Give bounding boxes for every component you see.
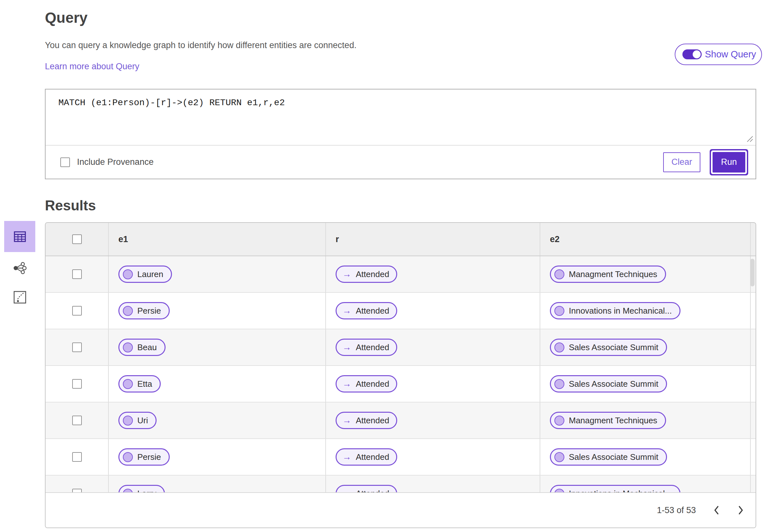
arrow-right-icon: → [342,416,351,425]
results-view-switcher [4,221,35,305]
relation-label: Attended [356,379,389,389]
query-toolbar: Include Provenance Clear Run [46,146,756,179]
entity-node-icon [554,379,564,389]
relation-pill[interactable]: → Attended [335,375,397,393]
table-row: Etta → Attended Sales Associate Summit [46,366,756,402]
include-provenance-label: Include Provenance [77,157,154,167]
clear-button[interactable]: Clear [663,152,700,172]
chevron-left-icon [714,506,719,515]
toggle-switch-icon [682,49,702,59]
entity-pill[interactable]: Persie [118,302,170,319]
query-page: Query You can query a knowledge graph to… [0,0,770,532]
entity-pill[interactable]: Innovations in Mechanical... [550,302,681,319]
relation-pill[interactable]: → Attended [335,412,397,429]
query-editor[interactable]: MATCH (e1:Person)-[r]->(e2) RETURN e1,r,… [46,89,756,145]
relation-pill[interactable]: → Attended [335,448,397,466]
table-row: Beau → Attended Sales Associate Summit [46,329,756,366]
relation-pill[interactable]: → Attended [335,302,397,319]
entity-node-icon [554,342,564,352]
entity-pill[interactable]: Lauren [118,266,172,283]
entity-label: Innovations in Mechanical... [569,306,672,316]
column-header-e2[interactable]: e2 [540,223,750,256]
entity-label: Managment Techniques [569,269,657,279]
include-provenance-checkbox[interactable] [60,157,70,167]
path-view-button[interactable] [4,290,35,305]
entity-node-icon [123,379,133,389]
query-editor-container: MATCH (e1:Person)-[r]->(e2) RETURN e1,r,… [45,89,756,179]
path-view-icon [13,291,26,304]
entity-pill[interactable]: Etta [118,375,161,393]
run-button[interactable]: Run [713,152,745,173]
entity-pill[interactable]: Uri [118,412,156,429]
column-header-e1[interactable]: e1 [108,223,325,256]
chevron-right-icon [738,506,744,515]
entity-label: Managment Techniques [569,416,657,426]
relation-label: Attended [356,269,389,279]
show-query-toggle[interactable]: Show Query [675,44,762,65]
scrollbar-gutter [750,439,756,475]
entity-label: Persie [137,452,161,462]
learn-more-link[interactable]: Learn more about Query [45,62,139,72]
entity-pill[interactable]: Managment Techniques [550,266,666,283]
entity-pill[interactable]: Persie [118,448,170,466]
show-query-label: Show Query [705,49,756,60]
select-all-checkbox[interactable] [72,234,82,244]
entity-node-icon [123,452,133,462]
table-row: Persie → Attended Sales Associate Summit [46,439,756,476]
entity-pill[interactable]: Sales Associate Summit [550,339,667,356]
toggle-knob [693,50,701,58]
arrow-right-icon: → [342,379,351,388]
column-header-r[interactable]: r [325,223,540,256]
next-page-button[interactable] [733,501,749,520]
row-checkbox[interactable] [72,306,82,316]
relation-label: Attended [356,342,389,352]
row-checkbox[interactable] [72,416,82,425]
pagination-range: 1-53 of 53 [657,505,696,515]
row-checkbox[interactable] [72,452,82,462]
graph-view-icon [13,262,27,274]
entity-node-icon [123,269,133,279]
entity-pill[interactable]: Beau [118,339,165,356]
entity-label: Sales Associate Summit [569,379,658,389]
graph-view-button[interactable] [4,261,35,275]
table-header-row: e1 r e2 [46,223,756,256]
entity-label: Uri [137,416,148,426]
relation-label: Attended [356,452,389,462]
relation-label: Attended [356,306,389,316]
query-description: You can query a knowledge graph to ident… [45,40,356,50]
entity-pill[interactable]: Sales Associate Summit [550,448,667,466]
resize-handle-icon[interactable] [746,135,754,143]
previous-page-button[interactable] [709,501,724,520]
entity-pill[interactable]: Managment Techniques [550,412,666,429]
entity-label: Beau [137,342,157,352]
table-view-button[interactable] [4,221,35,252]
relation-pill[interactable]: → Attended [335,266,397,283]
row-checkbox[interactable] [72,342,82,352]
row-checkbox[interactable] [72,379,82,389]
relation-label: Attended [356,416,389,426]
entity-node-icon [554,269,564,279]
row-checkbox[interactable] [72,269,82,279]
results-heading: Results [45,198,96,214]
scrollbar-gutter [750,366,756,402]
relation-pill[interactable]: → Attended [335,339,397,356]
arrow-right-icon: → [342,343,351,352]
table-row: Persie → Attended Innovations in Mechani… [46,293,756,329]
table-row: Lauren → Attended Managment Techniques [46,256,756,293]
entity-label: Sales Associate Summit [569,452,658,462]
entity-pill[interactable]: Sales Associate Summit [550,375,667,393]
query-heading: Query [45,9,88,26]
entity-node-icon [123,342,133,352]
entity-label: Sales Associate Summit [569,342,658,352]
entity-node-icon [123,416,133,426]
entity-label: Lauren [137,269,163,279]
scrollbar-gutter [750,329,756,365]
entity-node-icon [554,452,564,462]
entity-node-icon [123,306,133,316]
scrollbar-gutter [750,402,756,438]
entity-label: Persie [137,306,161,316]
pagination-bar: 1-53 of 53 [46,492,756,528]
table-row: Uri → Attended Managment Techniques [46,402,756,439]
vertical-scrollbar-thumb[interactable] [750,259,755,286]
table-view-icon [14,231,26,242]
